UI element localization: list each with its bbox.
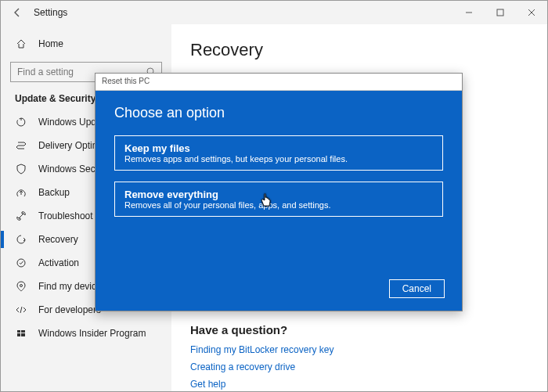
help-link[interactable]: Creating a recovery drive — [190, 361, 528, 372]
minimize-button[interactable] — [453, 1, 485, 24]
shield-icon — [15, 163, 27, 175]
option-desc: Removes all of your personal files, apps… — [124, 200, 433, 210]
svg-rect-7 — [21, 330, 25, 333]
sidebar-item-windows-insider[interactable]: Windows Insider Program — [1, 322, 171, 345]
troubleshoot-icon — [15, 210, 27, 222]
svg-rect-9 — [21, 333, 25, 336]
sidebar-item-label: Activation — [38, 257, 79, 268]
sidebar-home[interactable]: Home — [1, 32, 171, 56]
sidebar-home-label: Home — [38, 38, 63, 49]
window-title: Settings — [34, 7, 67, 18]
back-button[interactable] — [10, 5, 24, 20]
recovery-icon — [15, 233, 27, 246]
dialog-title: Reset this PC — [96, 74, 462, 91]
location-icon — [15, 280, 27, 293]
option-keep-my-files[interactable]: Keep my files Removes apps and settings,… — [114, 135, 443, 171]
reset-pc-dialog: Reset this PC Choose an option Keep my f… — [95, 73, 463, 311]
window-titlebar: Settings — [1, 1, 547, 24]
sidebar-item-label: Windows Insider Program — [38, 328, 146, 339]
sidebar-item-label: Recovery — [38, 234, 78, 245]
sidebar-item-label: Backup — [38, 187, 70, 198]
insider-icon — [15, 327, 27, 340]
update-icon — [15, 116, 27, 128]
option-remove-everything[interactable]: Remove everything Removes all of your pe… — [114, 182, 443, 217]
svg-rect-1 — [497, 9, 503, 16]
help-link[interactable]: Finding my BitLocker recovery key — [190, 344, 528, 355]
option-title: Keep my files — [124, 142, 433, 154]
sidebar-item-label: For developers — [38, 304, 101, 315]
delivery-icon — [15, 139, 27, 152]
sidebar-item-label: Find my device — [38, 281, 102, 292]
svg-point-4 — [17, 259, 25, 267]
svg-rect-6 — [17, 330, 20, 333]
question-heading: Have a question? — [190, 323, 528, 336]
help-link[interactable]: Get help — [190, 379, 528, 390]
close-button[interactable] — [516, 1, 547, 24]
activation-icon — [15, 257, 27, 269]
sidebar-item-label: Troubleshoot — [38, 210, 93, 221]
svg-rect-8 — [17, 333, 20, 336]
maximize-button[interactable] — [485, 1, 516, 24]
home-icon — [15, 38, 27, 50]
svg-point-5 — [20, 285, 23, 287]
cancel-button[interactable]: Cancel — [389, 279, 445, 298]
option-desc: Removes apps and settings, but keeps you… — [124, 154, 433, 164]
page-title: Recovery — [190, 40, 528, 60]
option-title: Remove everything — [124, 189, 433, 200]
backup-icon — [15, 186, 27, 199]
dialog-heading: Choose an option — [114, 105, 443, 121]
developers-icon — [15, 304, 27, 316]
